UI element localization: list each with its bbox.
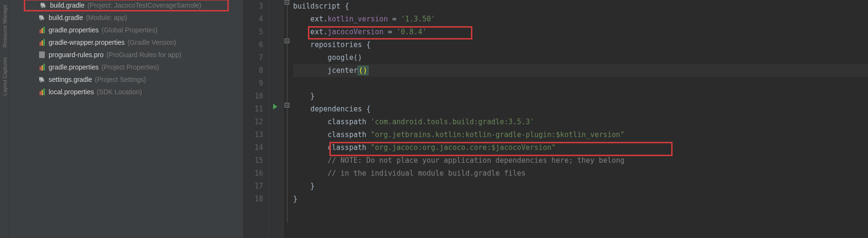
gradle-icon: 🐘 [40,1,47,9]
run-gutter-icon[interactable] [273,104,277,109]
file-name: proguard-rules.pro [49,51,103,59]
code-line[interactable]: classpath "org.jetbrains.kotlin:kotlin-g… [293,129,868,141]
code-line[interactable]: dependencies { [293,103,868,116]
code-line[interactable]: classpath 'com.android.tools.build:gradl… [293,116,868,129]
tree-item-build-gradle-project[interactable]: 🐘 build.gradle (Project: JacocoTestCover… [24,0,229,11]
gradle-icon: 🐘 [38,14,46,21]
code-line[interactable]: // NOTE: Do not place your application d… [293,154,868,167]
line-number: 5 [243,26,263,39]
file-name: gradle.properties [49,26,99,34]
file-name: gradle-wrapper.properties [49,39,125,46]
line-number: 16 [243,167,263,180]
code-line[interactable]: } [293,193,868,206]
code-line[interactable]: repositories { [293,39,868,51]
properties-icon [38,27,46,33]
code-line[interactable] [293,77,868,90]
line-number: 9 [243,77,263,90]
tree-item-build-gradle-module[interactable]: 🐘 build.gradle (Module: app) [10,11,243,24]
code-line[interactable]: } [293,180,868,193]
line-number: 8 [243,64,263,77]
project-tree[interactable]: 🐘 build.gradle (Project: JacocoTestCover… [10,0,243,238]
line-number: 6 [243,39,263,51]
fold-guide [287,2,287,223]
tree-item-gradle-properties-global[interactable]: gradle.properties (Global Properties) [10,24,243,36]
file-desc: (Project: JacocoTestCoverageSamole) [87,1,201,9]
code-line[interactable]: buildscript { [293,0,868,13]
code-area[interactable]: buildscript { ext.kotlin_version = '1.3.… [291,0,868,238]
line-number: 7 [243,51,263,64]
properties-icon [38,89,46,95]
file-desc: (Project Settings) [95,76,146,83]
line-number: 14 [243,141,263,154]
tool-window-strip[interactable]: Resource Manage Layout Captures [0,0,10,238]
file-desc: (ProGuard Rules for app) [106,51,181,59]
gradle-icon: 🐘 [38,76,46,83]
properties-icon [38,39,46,46]
code-line-current[interactable]: jcenter() [293,64,868,77]
file-name: settings.gradle [49,76,92,83]
tree-item-settings-gradle[interactable]: 🐘 settings.gradle (Project Settings) [10,73,243,86]
line-number: 13 [243,129,263,141]
code-line[interactable]: // in the individual module build.gradle… [293,167,868,180]
line-number: 10 [243,90,263,103]
tool-strip-label[interactable]: Layout Captures [2,57,8,96]
file-desc: (Project Properties) [102,63,159,71]
code-line[interactable]: ext.kotlin_version = '1.3.50' [293,13,868,26]
file-name: build.gradle [50,1,84,9]
tree-item-gradle-wrapper-properties[interactable]: gradle-wrapper.properties (Gradle Versio… [10,36,243,49]
tool-strip-label[interactable]: Resource Manage [2,5,8,48]
code-line[interactable]: classpath "org.jacoco:org.jacoco.core:$j… [293,141,868,154]
file-name: local.properties [49,88,94,96]
line-number: 11 [243,103,263,116]
file-desc: (Gradle Version) [128,39,176,46]
file-desc: (Module: app) [86,14,127,21]
tree-item-gradle-properties-project[interactable]: gradle.properties (Project Properties) [10,61,243,73]
file-desc: (Global Properties) [102,26,158,34]
code-line[interactable]: ext.jacocoVersion = '0.8.4' [293,26,868,39]
line-number: 3 [243,0,263,13]
fold-toggle-icon[interactable]: − [285,0,289,5]
line-number: 17 [243,180,263,193]
file-name: build.gradle [49,14,83,21]
code-line[interactable]: google() [293,51,868,64]
fold-column[interactable]: − − − [284,0,291,238]
code-editor[interactable]: 3 4 5 6 7 8 9 10 11 12 13 14 15 16 17 18… [243,0,868,238]
file-desc: (SDK Location) [97,88,142,96]
line-number: 12 [243,116,263,129]
line-number-gutter: 3 4 5 6 7 8 9 10 11 12 13 14 15 16 17 18 [243,0,269,238]
gutter-icons [269,0,284,238]
fold-toggle-icon[interactable]: − [285,39,289,43]
fold-toggle-icon[interactable]: − [285,103,289,108]
line-number: 15 [243,154,263,167]
tree-item-local-properties[interactable]: local.properties (SDK Location) [10,86,243,98]
code-line[interactable]: } [293,90,868,103]
file-icon [38,51,46,59]
file-name: gradle.properties [49,63,99,71]
line-number: 4 [243,13,263,26]
line-number: 18 [243,193,263,206]
properties-icon [38,64,46,70]
tree-item-proguard-rules[interactable]: proguard-rules.pro (ProGuard Rules for a… [10,49,243,61]
